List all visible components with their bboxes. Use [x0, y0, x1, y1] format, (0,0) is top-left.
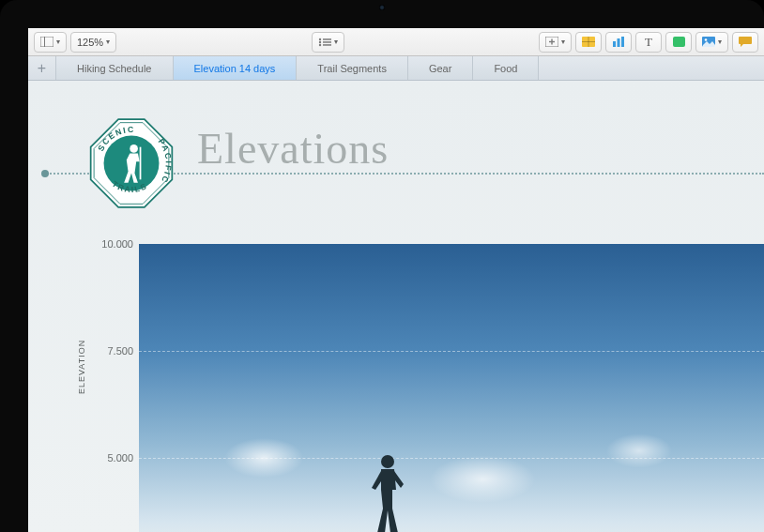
- plus-icon: +: [38, 60, 46, 77]
- list-style-button[interactable]: ▾: [312, 32, 344, 53]
- zoom-level-label: 125%: [77, 37, 103, 48]
- chevron-down-icon: ▾: [56, 38, 60, 46]
- tab-label: Gear: [429, 63, 451, 74]
- view-button[interactable]: ▾: [34, 32, 67, 53]
- comment-button[interactable]: [732, 32, 758, 53]
- svg-rect-16: [621, 37, 624, 47]
- laptop-camera: [379, 5, 385, 10]
- shape-button[interactable]: [665, 32, 692, 53]
- chevron-down-icon: ▾: [106, 38, 110, 46]
- sidebar-icon: [40, 37, 53, 48]
- svg-point-19: [705, 38, 708, 41]
- page-title: Elevations: [197, 124, 389, 174]
- chevron-down-icon: ▾: [561, 38, 565, 46]
- svg-rect-15: [618, 38, 620, 47]
- tab-food[interactable]: Food: [473, 56, 539, 80]
- chevron-down-icon: ▾: [718, 38, 722, 46]
- media-icon: [702, 37, 715, 48]
- text-icon: T: [642, 37, 655, 48]
- svg-rect-5: [323, 41, 331, 43]
- tab-elevation-14-days[interactable]: Elevation 14 days: [174, 56, 298, 80]
- media-button[interactable]: ▾: [695, 32, 728, 53]
- tab-label: Trail Segments: [317, 63, 387, 74]
- table-icon: [582, 37, 595, 48]
- sheet-canvas[interactable]: Elevations: [28, 81, 764, 532]
- toolbar: ▾ 125% ▾ ▾: [28, 28, 764, 56]
- svg-rect-7: [323, 44, 331, 46]
- y-axis-title: ELEVATION: [77, 340, 86, 394]
- svg-rect-3: [323, 38, 331, 40]
- y-tick-label: 7.500: [92, 345, 133, 357]
- y-tick-label: 10.000: [92, 238, 133, 250]
- tab-trail-segments[interactable]: Trail Segments: [297, 56, 408, 80]
- trail-badge-logo: SCENIC PACIFIC TRAILS: [83, 114, 180, 212]
- comment-icon: [739, 37, 752, 48]
- list-icon: [318, 37, 331, 48]
- chevron-down-icon: ▾: [334, 38, 338, 46]
- tab-label: Hiking Schedule: [77, 63, 152, 74]
- chart-button[interactable]: [605, 32, 632, 53]
- tab-gear[interactable]: Gear: [408, 56, 473, 80]
- sheet-tab-bar: + Hiking Schedule Elevation 14 days Trai…: [28, 56, 764, 81]
- svg-point-4: [318, 40, 320, 42]
- chart-icon: [612, 37, 625, 48]
- y-tick-label: 5.000: [92, 452, 133, 464]
- hiker-silhouette: [364, 452, 411, 532]
- text-button[interactable]: T: [635, 32, 662, 53]
- svg-rect-17: [673, 37, 685, 47]
- zoom-button[interactable]: 125% ▾: [70, 32, 116, 53]
- svg-rect-24: [140, 147, 142, 180]
- elevation-chart: ELEVATION 10.000 7.500 5.000: [79, 244, 764, 532]
- add-sheet-button[interactable]: +: [28, 56, 56, 80]
- svg-point-2: [318, 38, 320, 39]
- svg-rect-14: [613, 41, 616, 47]
- svg-point-6: [318, 43, 320, 45]
- insert-button[interactable]: ▾: [539, 32, 572, 53]
- tab-hiking-schedule[interactable]: Hiking Schedule: [56, 56, 174, 80]
- plus-box-icon: [545, 37, 558, 48]
- table-button[interactable]: [575, 32, 602, 53]
- tab-label: Elevation 14 days: [194, 63, 276, 74]
- svg-point-28: [381, 455, 394, 468]
- svg-point-23: [130, 144, 138, 153]
- chart-plot-area: [139, 244, 764, 532]
- shape-icon: [672, 37, 685, 48]
- svg-rect-0: [40, 37, 53, 47]
- tab-label: Food: [494, 63, 517, 74]
